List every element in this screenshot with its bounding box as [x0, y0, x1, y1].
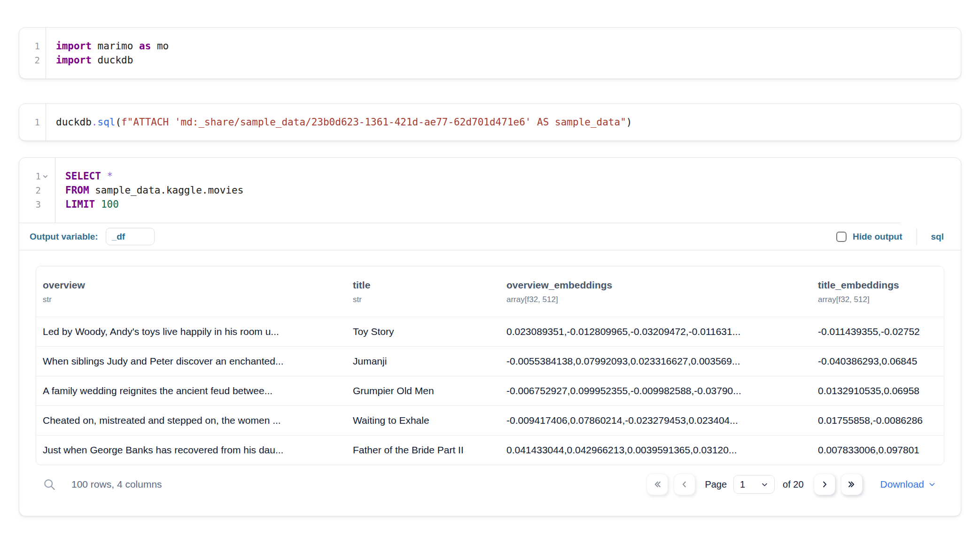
sql-cell-footer: Output variable: _df Hide output sql [19, 223, 961, 250]
column-dtype: str [43, 295, 340, 304]
line-number: 2 [36, 183, 41, 197]
column-dtype: array[f32, 512] [506, 295, 805, 304]
line-number: 1 [35, 39, 40, 53]
table-cell: 0.0132910535,0.06958 [811, 376, 944, 405]
code-editor-imports[interactable]: 1import marimo as mo2import duckdb [19, 28, 961, 78]
table-body: Led by Woody, Andy's toys live happily i… [36, 317, 944, 465]
table-cell: Led by Woody, Andy's toys live happily i… [36, 317, 346, 346]
line-number: 1 [35, 115, 40, 129]
code-text: FROM sample_data.kaggle.movies [55, 183, 243, 197]
table-cell: 0.007833006,0.097801 [811, 436, 944, 465]
table-cell: Just when George Banks has recovered fro… [36, 436, 346, 465]
code-line: 2FROM sample_data.kaggle.movies [19, 183, 961, 197]
table-cell: Father of the Bride Part II [346, 436, 500, 465]
table-cell: 0.01755858,-0.0086286 [811, 406, 944, 435]
table-cell: -0.009417406,0.07860214,-0.023279453,0.0… [500, 406, 811, 435]
code-line: 1duckdb.sql(f"ATTACH 'md:_share/sample_d… [19, 115, 961, 129]
table-row[interactable]: When siblings Judy and Peter discover an… [36, 346, 944, 376]
first-page-button[interactable] [646, 474, 668, 495]
line-number-gutter: 1 [19, 169, 55, 183]
download-label: Download [880, 479, 924, 490]
footer-separator [917, 229, 917, 245]
page-select-value: 1 [740, 479, 745, 490]
code-text: duckdb.sql(f"ATTACH 'md:_share/sample_da… [46, 115, 632, 129]
language-badge[interactable]: sql [931, 232, 944, 242]
code-line: 2import duckdb [19, 53, 961, 67]
next-page-button[interactable] [814, 474, 835, 495]
code-cell-imports: 1import marimo as mo2import duckdb [19, 27, 961, 79]
fold-slot [42, 201, 49, 208]
download-button[interactable]: Download [880, 479, 936, 490]
code-text: import marimo as mo [46, 39, 169, 53]
dataframe-table: overviewstrtitlestroverview_embeddingsar… [36, 266, 944, 465]
table-cell: 0.041433044,0.042966213,0.0039591365,0.0… [500, 436, 811, 465]
line-number-gutter: 1 [19, 115, 46, 129]
line-number: 1 [36, 169, 41, 183]
line-number-gutter: 3 [19, 197, 55, 211]
notebook: 1import marimo as mo2import duckdb 1duck… [0, 27, 980, 516]
table-cell: -0.006752927,0.099952355,-0.009982588,-0… [500, 376, 811, 405]
table-cell: A family wedding reignites the ancient f… [36, 376, 346, 405]
line-number-gutter: 1 [19, 39, 46, 53]
table-row[interactable]: Led by Woody, Andy's toys live happily i… [36, 317, 944, 346]
hide-output-label[interactable]: Hide output [853, 232, 902, 242]
table-cell: Grumpier Old Men [346, 376, 500, 405]
page-select[interactable]: 1 [733, 475, 775, 494]
code-editor-attach[interactable]: 1duckdb.sql(f"ATTACH 'md:_share/sample_d… [19, 104, 961, 140]
table-cell: Waiting to Exhale [346, 406, 500, 435]
table-row[interactable]: Cheated on, mistreated and stepped on, t… [36, 405, 944, 435]
column-dtype: array[f32, 512] [818, 295, 937, 304]
line-number-gutter: 2 [19, 183, 55, 197]
output-variable-input[interactable]: _df [106, 228, 155, 245]
code-text: import duckdb [46, 53, 133, 67]
code-text: SELECT * [55, 169, 113, 183]
search-icon[interactable] [43, 478, 56, 491]
line-number: 3 [36, 197, 41, 211]
code-line: 1import marimo as mo [19, 39, 961, 53]
table-cell: -0.040386293,0.06845 [811, 347, 944, 376]
column-name: overview [43, 280, 340, 291]
table-row[interactable]: Just when George Banks has recovered fro… [36, 435, 944, 465]
table-cell: Cheated on, mistreated and stepped on, t… [36, 406, 346, 435]
hide-output-checkbox[interactable] [836, 232, 847, 242]
table-header-row: overviewstrtitlestroverview_embeddingsar… [36, 266, 944, 317]
column-header-overview_embeddings[interactable]: overview_embeddingsarray[f32, 512] [500, 280, 811, 304]
table-cell: Toy Story [346, 317, 500, 346]
code-line: 3LIMIT 100 [19, 197, 961, 211]
column-name: title [353, 280, 493, 291]
table-row[interactable]: A family wedding reignites the ancient f… [36, 376, 944, 405]
sql-code-editor[interactable]: 1SELECT *2FROM sample_data.kaggle.movies… [19, 158, 961, 223]
code-text: LIMIT 100 [55, 197, 119, 211]
cell-output: overviewstrtitlestroverview_embeddingsar… [19, 250, 961, 516]
table-toolbar: 100 rows, 4 columns Page 1 [36, 466, 944, 503]
column-name: title_embeddings [818, 280, 937, 291]
table-cell: Jumanji [346, 347, 500, 376]
code-cell-attach: 1duckdb.sql(f"ATTACH 'md:_share/sample_d… [19, 103, 961, 141]
prev-page-button[interactable] [674, 474, 695, 495]
table-cell: -0.011439355,-0.02752 [811, 317, 944, 346]
code-line: 1SELECT * [19, 169, 961, 183]
table-cell: When siblings Judy and Peter discover an… [36, 347, 346, 376]
output-variable-value: _df [112, 232, 125, 242]
output-variable-label: Output variable: [30, 232, 98, 242]
page-count-label: of 20 [783, 479, 803, 490]
download-chevron-icon [928, 481, 936, 488]
column-header-title_embeddings[interactable]: title_embeddingsarray[f32, 512] [811, 280, 944, 304]
column-dtype: str [353, 295, 493, 304]
last-page-button[interactable] [841, 474, 863, 495]
pagination: Page 1 of 20 [641, 474, 942, 495]
page-label: Page [705, 479, 727, 490]
fold-slot [42, 187, 49, 194]
page-select-chevron-icon [761, 481, 768, 488]
sql-cell: 1SELECT *2FROM sample_data.kaggle.movies… [19, 157, 961, 516]
fold-icon[interactable] [42, 173, 49, 180]
table-cell: 0.023089351,-0.012809965,-0.03209472,-0.… [500, 317, 811, 346]
line-number-gutter: 2 [19, 53, 46, 67]
row-count: 100 rows, 4 columns [71, 479, 162, 490]
column-name: overview_embeddings [506, 280, 805, 291]
table-cell: -0.0055384138,0.07992093,0.023316627,0.0… [500, 347, 811, 376]
line-number: 2 [35, 53, 40, 67]
column-header-title[interactable]: titlestr [346, 280, 500, 304]
column-header-overview[interactable]: overviewstr [36, 280, 346, 304]
